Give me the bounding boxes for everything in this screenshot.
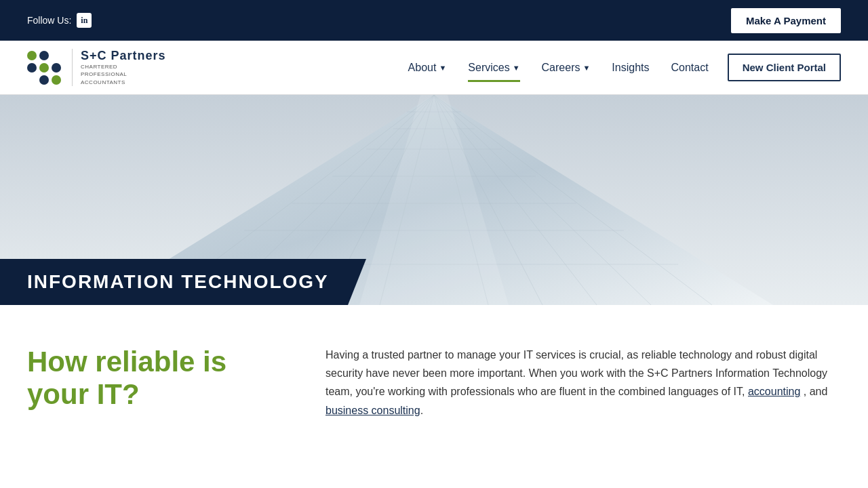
- linkedin-icon[interactable]: in: [77, 13, 92, 28]
- new-client-portal-button[interactable]: New Client Portal: [728, 54, 841, 81]
- nav-links: About ▼ Services ▼ Careers ▼ Insights Co…: [399, 54, 841, 81]
- make-payment-button[interactable]: Make A Payment: [731, 8, 841, 33]
- hero-title: INFORMATION TECHNOLOGY: [0, 259, 366, 305]
- content-heading-area: How reliable is your IT?: [27, 346, 285, 420]
- logo-area: S+C Partners CHARTERED PROFESSIONAL ACCO…: [27, 49, 166, 86]
- follow-us-label: Follow Us:: [27, 15, 71, 26]
- logo-dot-3: [52, 51, 61, 60]
- content-body: Having a trusted partner to manage your …: [326, 346, 841, 420]
- body-paragraph: Having a trusted partner to manage your …: [326, 346, 841, 420]
- page-heading: How reliable is your IT?: [27, 346, 285, 411]
- chevron-down-icon: ▼: [439, 64, 446, 72]
- nav-bar: S+C Partners CHARTERED PROFESSIONAL ACCO…: [0, 41, 868, 95]
- top-bar: Follow Us: in Make A Payment: [0, 0, 868, 41]
- logo-dots: [27, 51, 61, 85]
- logo-name: S+C Partners: [81, 49, 166, 63]
- logo-dot-8: [39, 75, 49, 85]
- logo-dot-4: [27, 63, 37, 73]
- logo-dot-5: [39, 63, 49, 73]
- logo-subtitle: CHARTERED PROFESSIONAL ACCOUNTANTS: [81, 63, 166, 86]
- nav-contact[interactable]: Contact: [662, 56, 718, 79]
- logo-text: S+C Partners CHARTERED PROFESSIONAL ACCO…: [72, 49, 166, 86]
- nav-insights[interactable]: Insights: [602, 56, 658, 79]
- accounting-link[interactable]: accounting: [748, 386, 800, 397]
- chevron-down-icon: ▼: [513, 64, 520, 72]
- logo-dot-6: [52, 63, 61, 73]
- logo-dot-2: [39, 51, 49, 60]
- logo-dot-1: [27, 51, 37, 60]
- business-consulting-link[interactable]: business consulting: [326, 405, 420, 416]
- nav-about[interactable]: About ▼: [399, 56, 456, 79]
- nav-services[interactable]: Services ▼: [458, 56, 529, 79]
- content-section: How reliable is your IT? Having a truste…: [0, 305, 868, 460]
- follow-us-area: Follow Us: in: [27, 13, 92, 28]
- chevron-down-icon: ▼: [583, 64, 590, 72]
- hero-section: INFORMATION TECHNOLOGY: [0, 95, 868, 305]
- logo-dot-9: [52, 75, 61, 85]
- logo-dot-7: [27, 75, 37, 85]
- nav-careers[interactable]: Careers ▼: [532, 56, 600, 79]
